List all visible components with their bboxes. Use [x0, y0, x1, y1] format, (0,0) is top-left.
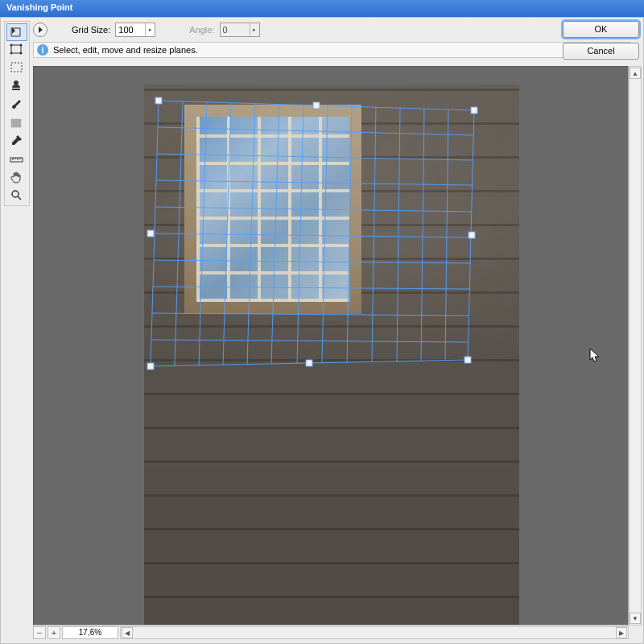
svg-point-10	[12, 191, 19, 197]
svg-rect-6	[12, 89, 20, 90]
zoom-out-button[interactable]: −	[33, 626, 46, 639]
angle-label: Angle:	[189, 25, 214, 35]
svg-rect-8	[14, 122, 19, 125]
bottom-bar: − + 17,6% ◀ ▶	[33, 625, 629, 640]
stamp-tool[interactable]	[6, 76, 27, 94]
ok-button[interactable]: OK	[563, 21, 639, 38]
transform-tool[interactable]	[6, 115, 27, 133]
scroll-down-button[interactable]: ▼	[630, 613, 641, 624]
measure-tool[interactable]	[6, 151, 27, 168]
cancel-button[interactable]: Cancel	[563, 43, 639, 60]
svg-point-2	[20, 44, 23, 47]
hand-tool[interactable]	[6, 168, 27, 186]
angle-input: ▸	[220, 23, 260, 37]
window-title: Vanishing Point	[6, 2, 73, 12]
window-body: Grid Size: ▸ Angle: ▸ i Select, edit, mo…	[0, 17, 644, 644]
canvas[interactable]	[33, 66, 629, 625]
zoom-tool[interactable]	[6, 186, 27, 204]
marquee-tool[interactable]	[6, 59, 27, 76]
zoom-in-button[interactable]: +	[47, 626, 60, 639]
options-bar: Grid Size: ▸ Angle: ▸ i Select, edit, mo…	[33, 21, 637, 61]
grid-size-label: Grid Size:	[72, 25, 110, 35]
scroll-right-button[interactable]: ▶	[616, 627, 627, 638]
svg-point-3	[10, 52, 13, 55]
document-image[interactable]	[144, 85, 519, 625]
hint-bar: i Select, edit, move and resize planes.	[33, 42, 630, 58]
svg-rect-0	[11, 45, 21, 53]
brush-tool[interactable]	[6, 94, 27, 112]
eyedropper-tool[interactable]	[6, 133, 27, 151]
angle-field	[221, 23, 250, 36]
svg-point-1	[10, 44, 13, 47]
grid-size-input[interactable]: ▸	[115, 23, 155, 37]
flyout-menu-button[interactable]	[33, 23, 47, 37]
info-icon: i	[37, 44, 48, 56]
texture-overlay	[144, 85, 519, 625]
zoom-value[interactable]: 17,6%	[62, 626, 118, 639]
grid-size-stepper[interactable]: ▸	[145, 23, 155, 36]
svg-point-4	[20, 52, 23, 55]
titlebar: Vanishing Point	[0, 0, 644, 17]
grid-size-field[interactable]	[116, 23, 145, 36]
dialog-buttons: OK Cancel	[563, 21, 639, 60]
scroll-up-button[interactable]: ▲	[630, 68, 641, 79]
scroll-left-button[interactable]: ◀	[122, 627, 133, 638]
angle-stepper: ▸	[250, 23, 259, 36]
create-plane-tool[interactable]	[6, 41, 27, 59]
edit-plane-tool[interactable]	[6, 23, 27, 41]
hint-text: Select, edit, move and resize planes.	[53, 45, 198, 55]
toolbar	[4, 21, 30, 206]
vertical-scrollbar[interactable]: ▲ ▼	[629, 66, 642, 625]
svg-rect-9	[10, 158, 23, 162]
horizontal-scrollbar[interactable]: ◀ ▶	[120, 626, 629, 639]
svg-rect-5	[11, 63, 22, 72]
